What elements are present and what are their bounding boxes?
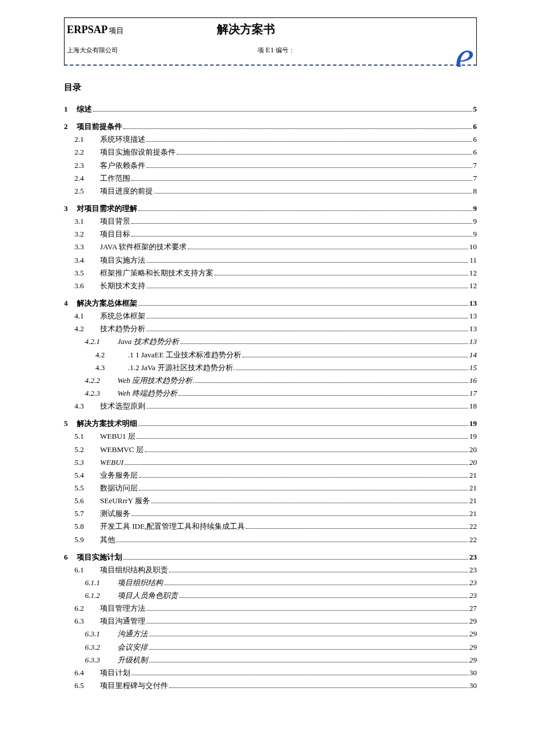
toc-entry-number: 6.5 [74,680,100,691]
toc-entry-number: 4.3 [74,400,100,412]
toc-entry: 2.1系统环境描述6 [64,134,477,145]
toc-entry-number: 6.3.1 [85,628,117,640]
toc-entry-title: WEBU1 层 [100,431,135,442]
table-of-contents: 1综述52项目前提条件62.1系统环境描述62.2项目实施假设前提条件62.3客… [64,103,477,691]
toc-entry: 5.6SEeURrrY 服务21 [64,495,477,507]
toc-entry-page: 23 [469,590,477,601]
toc-entry-number: 4.2 [95,349,128,361]
toc-entry-page: 29 [469,654,477,666]
toc-entry-page: 17 [469,388,477,399]
toc-entry-title: 项目组织结构及职责 [100,564,168,576]
toc-entry-page: 29 [469,615,477,627]
toc-leader-dots [123,128,472,129]
toc-entry-number: 4.2 [74,323,100,335]
toc-entry-title: 项目里程碑与交付件 [100,680,168,691]
toc-entry: 1综述5 [64,103,477,115]
toc-leader-dots [236,370,468,370]
toc-leader-dots [169,687,468,688]
toc-entry: 5.8开发工具 IDE,配置管理工具和持续集成工具22 [64,521,477,532]
header-row-top: ERPSAP 项目 解决方案书 [65,18,476,37]
toc-entry-page: 18 [469,400,477,412]
toc-entry-title: 综述 [77,103,92,115]
toc-entry: 6.1项目组织结构及职责23 [64,564,477,576]
toc-entry-title: 开发工具 IDE,配置管理工具和持续集成工具 [100,521,245,532]
toc-leader-dots [137,438,468,439]
toc-entry-page: 13 [469,298,477,309]
toc-entry-title: 工作范围 [100,173,130,184]
toc-entry-number: 2.5 [74,185,100,197]
toc-entry-title: Weh 终端趋势分析 [117,388,177,399]
toc-entry-title: 测试服务 [100,508,130,519]
toc-entry: 6.3项目沟通管理29 [64,615,477,627]
toc-entry-title: 项目沟通管理 [100,615,145,627]
toc-leader-dots [147,623,468,624]
toc-entry-page: 12 [469,267,477,279]
toc-entry-title: 技术趋势分析 [100,323,145,335]
toc-entry-number: 6.1.2 [85,590,117,601]
logo-icon: e [455,46,474,67]
document-page: ERPSAP 项目 解决方案书 上海大众有限公司 项 E1 编号： e 目录 1… [0,0,535,715]
toc-entry-number: 5.8 [74,521,100,532]
toc-entry: 5.7测试服务21 [64,508,477,519]
toc-entry-page: 15 [469,362,477,374]
toc-entry: 5.2WEBMVC 层20 [64,444,477,456]
toc-leader-dots [151,503,468,503]
toc-heading: 目录 [64,82,477,93]
toc-entry-title: 沟通方法 [117,628,148,640]
document-code: 项 E1 编号： [258,45,295,55]
toc-entry-page: 29 [469,628,477,640]
toc-entry-page: 7 [473,173,477,184]
toc-entry-title: SEeURrrY 服务 [100,495,150,507]
toc-leader-dots [131,180,472,181]
toc-entry: 4.2.2Web 应用技术趋势分析.16 [64,375,477,386]
toc-entry-number: 6.3.2 [85,642,117,653]
toc-entry-number: 5.3 [74,457,100,468]
toc-entry-number: 5.1 [74,431,100,442]
toc-leader-dots [147,167,472,168]
toc-leader-dots [179,395,468,396]
toc-entry-title: 业务服务层 [100,470,138,481]
toc-entry-number: 5.7 [74,508,100,519]
toc-leader-dots [164,585,468,585]
toc-entry-page: 20 [469,457,477,468]
company-name: 上海大众有限公司 [67,46,118,55]
toc-entry-number: 6.3.3 [85,654,117,666]
toc-entry: 3.2项目目标9 [64,228,477,240]
toc-entry: 4.3.1.2 JaVa 开源社区技术趋势分析.15 [64,362,477,374]
toc-entry-number: 6 [64,551,77,563]
code-prefix: 项 [258,46,264,53]
toc-entry-page: 20 [469,444,477,456]
toc-leader-dots [138,425,468,426]
toc-leader-dots [149,662,468,662]
toc-leader-dots [179,597,468,598]
toc-entry-number: 3.6 [74,280,100,292]
toc-leader-dots [154,193,472,194]
toc-leader-dots [188,249,468,249]
header-row-bottom: 上海大众有限公司 项 E1 编号： [65,37,476,55]
toc-entry-title: 项目进度的前提 [100,185,153,197]
toc-entry-title: 会议安排 [117,642,148,653]
toc-entry-number: 5.5 [74,482,100,494]
toc-leader-dots [139,490,468,490]
toc-entry-number: 6.1 [74,564,100,576]
toc-entry-number: 2.3 [74,160,100,171]
toc-entry-number: 6.3 [74,615,100,627]
toc-entry-title: 项目目标 [100,228,130,240]
toc-entry: 4.1系统总体框架13 [64,310,477,322]
toc-entry-number: 2 [64,121,77,132]
toc-entry: 4.2.1Java 技术趋势分析13 [64,336,477,347]
toc-entry-number: 3 [64,203,77,214]
toc-leader-dots [147,141,472,142]
project-brand-suffix: 项目 [109,26,124,36]
toc-leader-dots [124,464,468,465]
toc-entry-title: 对项目需求的理解 [77,203,137,214]
toc-leader-dots [131,675,468,675]
toc-entry-page: 13 [469,336,477,347]
toc-entry-page: 8 [473,185,477,197]
toc-entry-page: 6 [473,134,477,145]
document-header: ERPSAP 项目 解决方案书 上海大众有限公司 项 E1 编号： e [64,17,477,66]
toc-leader-dots [138,210,472,211]
toc-entry-number: 6.2 [74,603,100,614]
toc-leader-dots [195,382,468,383]
code-value: E1 [266,45,274,54]
